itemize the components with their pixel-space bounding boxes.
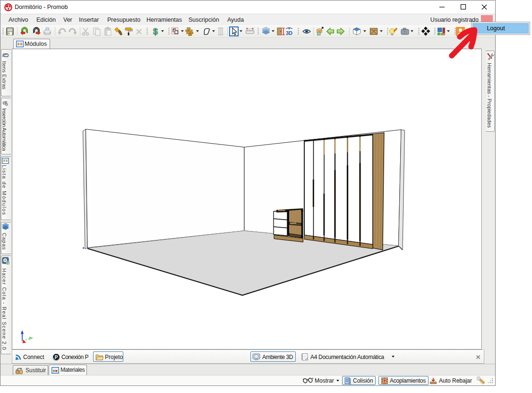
svg-text:$: $	[153, 27, 158, 36]
svg-text:3D: 3D	[286, 30, 292, 36]
svg-text:P: P	[55, 355, 58, 360]
